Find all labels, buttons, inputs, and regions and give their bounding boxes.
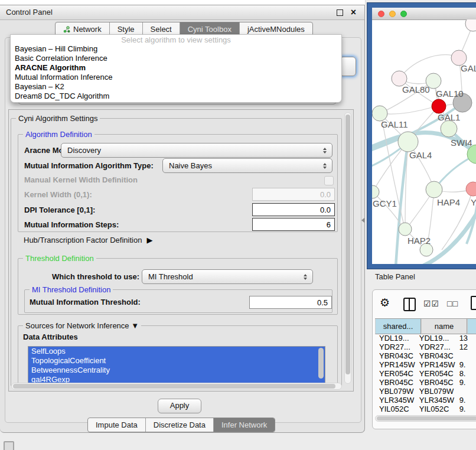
table-cell: [455, 351, 476, 360]
dpi-tolerance-input[interactable]: [252, 203, 335, 216]
mi-steps-input[interactable]: [252, 218, 335, 231]
new-table-icon[interactable]: [471, 296, 476, 310]
network-node-label-gcy1: GCY1: [373, 198, 397, 208]
dropdown-item-bayesian-k2[interactable]: Bayesian – K2: [11, 82, 341, 92]
network-node-label-gal10: GAL10: [436, 89, 464, 99]
combo-value: Discovery: [61, 146, 321, 155]
table-panel-title: Table Panel: [375, 271, 446, 283]
column-header-2[interactable]: [467, 319, 476, 334]
hub-factor-expander[interactable]: Hub/Transcription Factor Definition ▶: [24, 236, 152, 244]
network-canvas[interactable]: GALGAL80GAL10GAL1GAL11SWI4GAL4GCY1HAP4YH…: [372, 19, 476, 264]
network-node[interactable]: [441, 120, 457, 137]
table-row[interactable]: YPR145WYPR145W9.: [375, 360, 476, 369]
network-node[interactable]: [466, 182, 476, 196]
cyni-bottom-tabbar: Impute DataDiscretize DataInfer Network: [87, 418, 275, 432]
table-header-row: shared...name: [375, 318, 476, 334]
settings-vertical-scrollbar[interactable]: [344, 112, 351, 384]
deselect-all-checkboxes-icon[interactable]: □□: [447, 299, 458, 308]
minimize-traffic-light-icon[interactable]: [389, 11, 396, 17]
top-strip: [0, 0, 366, 5]
table-row[interactable]: YLR345WYLR345W9.: [375, 396, 476, 405]
table-row[interactable]: YER054CYER054C8.: [375, 369, 476, 378]
stepper-icon: [321, 161, 329, 171]
dropdown-item-basic-correlation-inference[interactable]: Basic Correlation Inference: [11, 54, 341, 63]
table-cell: 8.: [455, 369, 476, 378]
select-all-checkboxes-icon[interactable]: ☑☑: [423, 299, 439, 308]
float-window-icon[interactable]: [337, 9, 343, 16]
aracne-mode-combo[interactable]: Discovery: [61, 143, 332, 158]
table-row[interactable]: YIL052CYIL052C9.: [375, 405, 476, 413]
network-node[interactable]: [432, 99, 446, 113]
data-attributes-label: Data Attributes: [23, 330, 78, 344]
table-row[interactable]: YDR27...YDR27...12: [375, 343, 476, 351]
network-node[interactable]: [398, 132, 418, 152]
data-attributes-list[interactable]: SelfLoopsTopologicalCoefficientBetweenne…: [28, 346, 325, 385]
column-header-name[interactable]: name: [421, 319, 467, 334]
mi-type-label: Mutual Information Algorithm Type:: [24, 158, 154, 173]
collapse-arrow-icon[interactable]: ▼: [131, 321, 139, 330]
settings-horizontal-scrollbar[interactable]: [11, 383, 342, 390]
table-horizontal-scrollbar[interactable]: [375, 415, 476, 422]
table-cell: YIL052C: [415, 405, 455, 413]
network-node-label-gal11: GAL11: [381, 119, 408, 129]
which-threshold-label: Which threshold to use:: [52, 269, 139, 284]
table-cell: YDR27...: [375, 343, 415, 351]
dropdown-item-mutual-information-inference[interactable]: Mutual Information Inference: [11, 73, 341, 82]
zoom-traffic-light-icon[interactable]: [400, 11, 407, 17]
network-node-label-hap2: HAP2: [407, 236, 431, 246]
dropdown-item-aracne-algorithm[interactable]: ARACNE Algorithm: [11, 63, 341, 73]
mi-threshold-definition-group: MI Threshold Definition Mutual Informati…: [24, 289, 332, 313]
which-threshold-combo[interactable]: MI Threshold: [142, 269, 313, 284]
tab-discretize-data[interactable]: Discretize Data: [145, 418, 213, 432]
table-row[interactable]: YBR045CYBR045C9.: [375, 378, 476, 387]
attribute-item-betweennesscentrality[interactable]: BetweennessCentrality: [28, 366, 325, 375]
close-icon[interactable]: ×: [351, 5, 356, 19]
dropdown-placeholder: Select algorithm to view settings: [11, 35, 341, 44]
panel-divider-collapse-icon[interactable]: [361, 218, 364, 223]
network-node[interactable]: [372, 185, 379, 198]
network-view-window[interactable]: GALGAL80GAL10GAL1GAL11SWI4GAL4GCY1HAP4YH…: [367, 3, 476, 269]
apply-button[interactable]: Apply: [158, 399, 201, 413]
network-node[interactable]: [399, 223, 412, 236]
close-traffic-light-icon[interactable]: [378, 11, 384, 17]
table-row[interactable]: YBL079WYBL079W: [375, 387, 476, 396]
mi-type-combo[interactable]: Naive Bayes: [162, 158, 332, 173]
table-cell: [455, 387, 476, 396]
gear-icon[interactable]: ⚙: [380, 296, 390, 309]
table-body: YDL19...YDL19...13YDR27...YDR27...12YBR0…: [375, 334, 476, 413]
attribute-item-selfloops[interactable]: SelfLoops: [28, 347, 325, 356]
table-row[interactable]: YBR043CYBR043C: [375, 351, 476, 360]
dropdown-item-dream8-dc-tdc-algorithm[interactable]: Dream8 DC_TDC Algorithm: [11, 92, 341, 101]
kernel-width-input[interactable]: [252, 188, 335, 201]
inference-algorithm-combo-edge[interactable]: [340, 57, 356, 76]
table-cell: YLR345W: [415, 396, 455, 405]
table-cell: 9.: [455, 396, 476, 405]
algorithm-dropdown: Select algorithm to view settings Bayesi…: [10, 34, 342, 103]
table-row[interactable]: YDL19...YDL19...13: [375, 334, 476, 343]
collapsed-panel-grip-icon[interactable]: [4, 441, 14, 450]
network-node-label-hap4: HAP4: [437, 197, 460, 207]
control-panel-titlebar: Control Panel ×: [0, 5, 364, 20]
tab-infer-network[interactable]: Infer Network: [213, 418, 275, 432]
table-cell: 13: [455, 334, 476, 343]
network-node[interactable]: [426, 181, 442, 198]
attribute-item-topologicalcoefficient[interactable]: TopologicalCoefficient: [28, 356, 325, 366]
list-vertical-scrollbar[interactable]: [318, 348, 324, 379]
control-panel-window: Control Panel × NetworkStyleSelectCyni T…: [0, 5, 365, 433]
combo-value: MI Threshold: [142, 272, 301, 281]
column-header-shared-[interactable]: shared...: [375, 319, 421, 334]
split-columns-icon[interactable]: [403, 298, 416, 311]
table-cell: YBR045C: [415, 378, 455, 387]
table-cell: YDR27...: [415, 343, 455, 351]
table-cell: YPR145W: [375, 360, 415, 369]
network-node-label-gal1: GAL1: [438, 112, 460, 122]
manual-kernel-checkbox[interactable]: [324, 176, 334, 185]
dropdown-item-bayesian-hill-climbing[interactable]: Bayesian – Hill Climbing: [11, 44, 341, 54]
mi-threshold-input[interactable]: [249, 296, 332, 309]
mi-threshold-label: Mutual Information Threshold:: [30, 295, 141, 309]
tab-impute-data[interactable]: Impute Data: [88, 418, 145, 432]
network-node[interactable]: [465, 19, 476, 31]
sources-group: Sources for Network Inference ▼ Data Att…: [18, 325, 338, 386]
table-cell: 9.: [455, 405, 476, 413]
settings-scroll-area: Cyni Algorithm Settings Algorithm Defini…: [8, 109, 354, 392]
